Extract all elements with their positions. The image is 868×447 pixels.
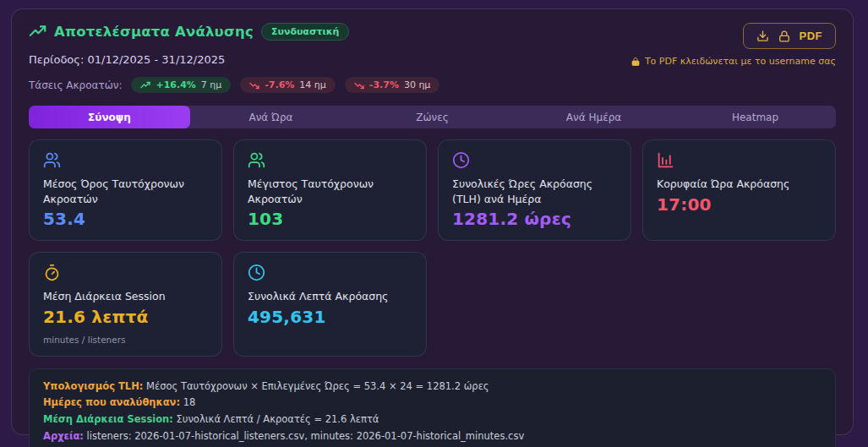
pdf-export-button[interactable]: PDF [743,23,837,49]
card-label: Κορυφαία Ώρα Ακρόασης [657,177,822,192]
card-subtext: minutes / listeners [43,335,208,345]
page-title: Αποτελέσματα Ανάλυσης [54,24,254,40]
trend-window: 7 ημ [201,79,221,90]
card-avg-concurrent-listeners: Μέσος Όρος Ταυτόχρονων Ακροατών 53.4 [29,139,222,241]
trends-label: Τάσεις Ακροατών: [29,79,122,91]
card-max-concurrent-listeners: Μέγιστος Ταυτόχρονων Ακροατών 103 [233,139,427,241]
trend-window: 30 ημ [404,79,430,90]
card-value: 53.4 [43,209,208,229]
card-label: Συνολικά Λεπτά Ακρόασης [248,289,412,304]
card-value: 103 [248,209,412,229]
card-value: 495,631 [248,307,412,327]
trend-pill-7d: +16.4% 7 ημ [131,77,231,93]
timer-icon [43,264,208,281]
tab-synopsis[interactable]: Σύνοψη [29,106,190,128]
users-icon [248,151,412,169]
trend-pct: +16.4% [156,79,195,90]
pdf-button-label: PDF [800,30,823,42]
card-label: Μέσος Όρος Ταυτόχρονων Ακροατών [43,177,208,206]
info-line-tlh-calc: Υπολογισμός TLH: Μέσος Ταυτόχρονων × Επι… [43,379,822,394]
users-icon [43,151,208,169]
view-tabbar: Σύνοψη Ανά Ώρα Ζώνες Ανά Ημέρα Heatmap [29,106,836,128]
info-label: Αρχεία: [43,430,84,442]
card-avg-session-duration: Μέση Διάρκεια Session 21.6 λεπτά minutes… [29,252,222,357]
tab-zones[interactable]: Ζώνες [352,106,513,128]
trend-up-icon [140,80,150,90]
period-label: Περίοδος: 01/12/2025 - 31/12/2025 [29,53,225,66]
card-value: 21.6 λεπτά [43,307,208,327]
tab-per-hour[interactable]: Ανά Ώρα [190,106,352,128]
info-line-files: Αρχεία: listeners: 2026-01-07-historical… [43,429,822,444]
pdf-note-text: Το PDF κλειδώνεται με το username σας [645,56,836,67]
clock-icon [248,264,412,281]
card-label: Μέση Διάρκεια Session [43,289,208,304]
pdf-lock-note: Το PDF κλειδώνεται με το username σας [631,56,836,67]
trend-down-icon [354,80,364,90]
info-label: Υπολογισμός TLH: [43,380,143,392]
card-total-listening-hours: Συνολικές Ώρες Ακρόασης (TLH) ανά Ημέρα … [438,139,631,241]
padlock-icon [631,57,641,67]
info-label: Ημέρες που αναλύθηκαν: [43,396,180,408]
header: Αποτελέσματα Ανάλυσης Συνδυαστική PDF [29,23,836,49]
sub-header: Περίοδος: 01/12/2025 - 31/12/2025 Το PDF… [29,53,836,67]
trend-window: 14 ημ [299,79,325,90]
tab-per-day[interactable]: Ανά Ημέρα [513,106,674,128]
card-value: 17:00 [657,194,822,215]
card-total-listening-minutes: Συνολικά Λεπτά Ακρόασης 495,631 [233,252,427,357]
page: { "header": { "title": "Αποτελέσματα Ανά… [0,0,868,447]
trend-pct: -3.7% [369,79,399,90]
info-text: 18 [180,396,195,408]
trend-pct: -7.6% [265,79,294,90]
trend-pill-30d: -3.7% 30 ημ [345,77,440,93]
info-text: Συνολικά Λεπτά / Ακροατές = 21.6 λεπτά [173,413,379,425]
info-text: Μέσος Ταυτόχρονων × Επιλεγμένες Ώρες = 5… [143,380,489,392]
listener-trends: Τάσεις Ακροατών: +16.4% 7 ημ -7.6% 14 ημ… [29,77,836,93]
info-label: Μέση Διάρκεια Session: [43,413,173,425]
info-line-days-analyzed: Ημέρες που αναλύθηκαν: 18 [43,395,822,410]
lock-icon [778,30,790,42]
stat-cards: Μέσος Όρος Ταυτόχρονων Ακροατών 53.4 Μέγ… [29,139,836,357]
download-icon [756,30,769,42]
card-peak-listening-hour: Κορυφαία Ώρα Ακρόασης 17:00 [642,139,836,241]
info-text: listeners: 2026-01-07-historical_listene… [84,430,524,442]
tab-heatmap[interactable]: Heatmap [674,106,836,128]
clock-icon [452,151,617,169]
analysis-results-panel: Αποτελέσματα Ανάλυσης Συνδυαστική PDF Πε… [11,8,854,435]
mode-badge: Συνδυαστική [261,23,350,41]
trend-pill-14d: -7.6% 14 ημ [240,77,336,93]
card-label: Συνολικές Ώρες Ακρόασης (TLH) ανά Ημέρα [452,177,617,206]
info-line-session-calc: Μέση Διάρκεια Session: Συνολικά Λεπτά / … [43,412,822,427]
card-value: 1281.2 ώρες [452,209,617,229]
trend-down-icon [249,80,259,90]
trending-up-icon [29,23,46,41]
calculation-info-box: Υπολογισμός TLH: Μέσος Ταυτόχρονων × Επι… [29,368,836,447]
card-label: Μέγιστος Ταυτόχρονων Ακροατών [248,177,412,206]
bar-chart-icon [657,151,822,169]
title-group: Αποτελέσματα Ανάλυσης Συνδυαστική [29,23,349,41]
